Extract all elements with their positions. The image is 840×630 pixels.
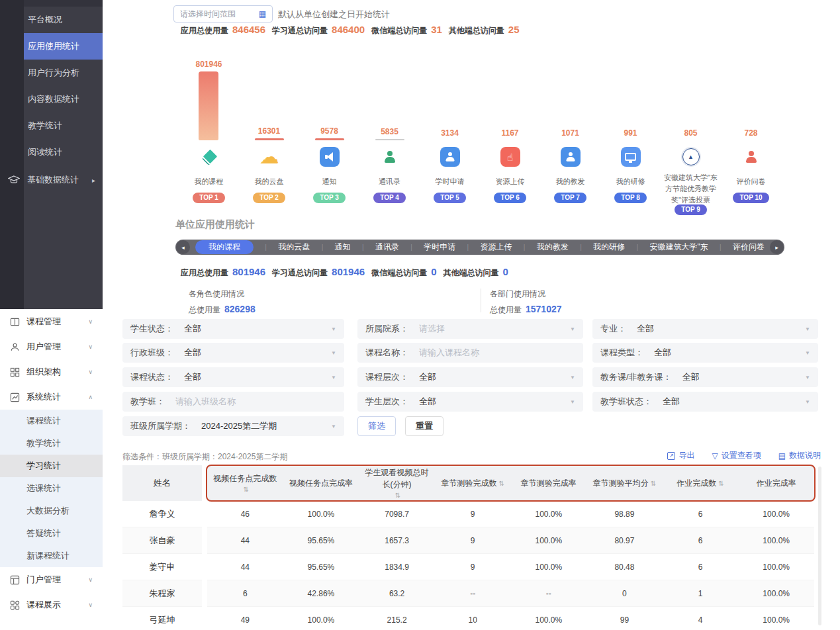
data-note-button[interactable]: ▤数据说明 [778, 450, 821, 461]
dropdown-icon: ▼ [805, 375, 810, 381]
sidebar-item-system-stats[interactable]: 系统统计 ∧ [0, 384, 103, 410]
col-video-tasks-rate: 视频任务点完成率 [283, 465, 359, 501]
filter-course-type[interactable]: 课程类型：全部▼ [592, 343, 818, 363]
usage-divider [481, 289, 481, 312]
user-icon [10, 342, 20, 352]
sidebar-item-portal-management[interactable]: 门户管理 ∨ [0, 567, 103, 592]
filter-course-name-input[interactable]: 课程名称：请输入课程名称 [357, 343, 583, 363]
stat-total-usage: 应用总使用量846456 [181, 24, 265, 36]
filter-teaching-class-status[interactable]: 教学班状态：全部▼ [592, 392, 818, 412]
sidebar-item-course-management[interactable]: 课程管理 ∨ [0, 309, 103, 334]
sidebar-item-reading-stats[interactable]: 阅读统计 [24, 139, 103, 165]
role-usage-block: 各角色使用情况 总使用量826298 [189, 289, 256, 316]
expand-arrow-icon: ▸ [92, 177, 95, 184]
rank-item-evaluation-survey: 728 评价问卷 TOP 10 [721, 60, 781, 215]
tabs-prev-button[interactable]: ◂ [176, 240, 190, 254]
sidebar-item-app-usage-stats[interactable]: 应用使用统计 [24, 33, 103, 60]
tab-my-training[interactable]: 我的研修 [593, 242, 625, 253]
filter-course-level[interactable]: 课程层次：全部▼ [357, 367, 583, 387]
tab-contacts[interactable]: 通讯录 [375, 242, 399, 253]
sidebar-item-org-structure[interactable]: 组织架构 ∨ [0, 359, 103, 384]
submenu-item-qa-stats[interactable]: 答疑统计 [0, 522, 103, 545]
app-root: 平台概况 应用使用统计 用户行为分析 内容数据统计 教学统计 阅读统计 基础数据… [0, 0, 840, 630]
university-logo-icon: ▲ [682, 148, 700, 165]
sidebar-item-course-display[interactable]: 课程展示 ∨ [0, 592, 103, 617]
dropdown-icon: ▼ [331, 326, 336, 332]
dropdown-icon: ▼ [570, 399, 575, 405]
line-chart-icon [10, 392, 20, 402]
tabs-next-button[interactable]: ▸ [770, 240, 784, 254]
tab-evaluation-survey[interactable]: 评价问卷 [733, 242, 765, 253]
submenu-item-teaching-stats[interactable]: 教学统计 [0, 432, 103, 455]
filter-class-semester[interactable]: 班级所属学期：2024-2025第二学期▼ [122, 416, 344, 436]
hand-pointer-icon: ☝ [500, 147, 520, 167]
filter-teaching-class-input[interactable]: 教学班：请输入班级名称 [122, 392, 344, 412]
stats-menu: 平台概况 应用使用统计 用户行为分析 内容数据统计 教学统计 阅读统计 [24, 7, 103, 165]
chevron-down-icon: ∨ [88, 343, 93, 350]
chevron-down-icon: ∨ [88, 318, 93, 325]
export-icon: ↗ [667, 452, 675, 460]
rank-item-contacts: 5835 通讯录 TOP 4 [359, 60, 420, 215]
top-badge: TOP 9 [675, 204, 707, 215]
sidebar-item-content-data[interactable]: 内容数据统计 [24, 86, 103, 112]
filter-major[interactable]: 专业：全部▼ [592, 319, 818, 339]
date-placeholder: 请选择时间范围 [180, 9, 259, 20]
person-icon [561, 147, 581, 167]
dropdown-icon: ▼ [570, 375, 575, 381]
sidebar-item-user-management[interactable]: 用户管理 ∨ [0, 334, 103, 359]
table-scrollbar[interactable] [818, 467, 821, 625]
submenu-item-big-data-analysis[interactable]: 大数据分析 [0, 500, 103, 522]
monitor-icon [621, 147, 641, 167]
sidebar-light: 课程管理 ∨ 用户管理 ∨ 组织架构 ∨ 系统统计 ∧ 课程统计 教学统计 学习… [0, 309, 103, 630]
tab-credit-hours[interactable]: 学时申请 [424, 242, 455, 253]
reset-button[interactable]: 重置 [405, 416, 443, 436]
sort-icon: ⇅ [718, 478, 723, 488]
filter-button[interactable]: 筛选 [357, 416, 396, 436]
filter-student-status[interactable]: 学生状态：全部▼ [122, 319, 344, 339]
table-row: 朱程家 642.86%63.2----01100.0% [122, 580, 814, 607]
tab-my-cloud[interactable]: 我的云盘 [278, 242, 310, 253]
calendar-icon[interactable]: ▦ [259, 9, 266, 19]
tab-university-vote[interactable]: 安徽建筑大学"东 [649, 242, 708, 253]
col-chapter-quiz-done[interactable]: 章节测验完成数⇅ [435, 465, 511, 501]
app-ranking-chart: 801946 我的课程 TOP 1 16301 ☁ 我的云盘 TOP 2 957… [179, 60, 782, 215]
tab-notifications[interactable]: 通知 [335, 242, 351, 253]
overview-stats: 应用总使用量846456 学习通总访问量846400 微信端总访问量31 其他端… [181, 24, 526, 36]
sort-icon: ⇅ [498, 478, 504, 488]
export-button[interactable]: ↗导出 [667, 450, 694, 461]
submenu-item-learning-stats[interactable]: 学习统计 [0, 455, 103, 477]
filter-course-status[interactable]: 课程状态：全部▼ [122, 367, 344, 387]
filter-admin-class[interactable]: 行政班级：全部▼ [122, 343, 344, 363]
col-homework-done[interactable]: 作业完成数⇅ [663, 465, 739, 501]
sidebar-item-basic-data-stats[interactable]: 基础数据统计 ▸ [0, 167, 103, 193]
submenu-item-course-stats[interactable]: 课程统计 [0, 410, 103, 432]
filter-academic-course[interactable]: 教务课/非教务课：全部▼ [592, 367, 818, 387]
system-stats-submenu: 课程统计 教学统计 学习统计 选课统计 大数据分析 答疑统计 新课程统计 [0, 410, 103, 567]
date-range-picker[interactable]: 请选择时间范围 ▦ [173, 5, 273, 22]
book-icon [10, 317, 20, 327]
tab-divider: | [524, 244, 526, 251]
filter-student-level[interactable]: 学生层次：全部▼ [357, 392, 583, 412]
dropdown-icon: ▼ [805, 350, 810, 356]
top-badge: TOP 6 [494, 193, 526, 203]
sidebar-item-teaching-stats[interactable]: 教学统计 [24, 112, 103, 139]
chevron-up-icon: ∧ [88, 394, 93, 400]
top-badge: TOP 5 [434, 193, 466, 203]
filter-department[interactable]: 所属院系：请选择▼ [357, 319, 583, 339]
view-settings-button[interactable]: ▽设置查看项 [712, 450, 761, 461]
sidebar-item-user-behavior[interactable]: 用户行为分析 [24, 60, 103, 86]
tab-my-courses[interactable]: 我的课程 [195, 240, 254, 254]
sidebar-item-platform-overview[interactable]: 平台概况 [24, 7, 103, 33]
top-badge: TOP 8 [614, 193, 647, 203]
tab-resource-upload[interactable]: 资源上传 [480, 242, 512, 253]
table-row: 姜守申 4495.65%1834.99100.0%80.486100.0% [122, 554, 814, 580]
col-video-tasks-done[interactable]: 视频任务点完成数⇅ [207, 465, 283, 501]
dropdown-icon: ▼ [331, 375, 336, 381]
col-chapter-quiz-avg[interactable]: 章节测验平均分⇅ [586, 465, 663, 501]
submenu-item-new-course-stats[interactable]: 新课程统计 [0, 545, 103, 567]
top-badge: TOP 1 [193, 193, 225, 203]
submenu-item-course-selection-stats[interactable]: 选课统计 [0, 477, 103, 500]
col-video-watch-minutes[interactable]: 学生观看视频总时长(分钟)⇅ [359, 465, 435, 501]
funnel-icon: ▽ [712, 452, 718, 460]
tab-teacher-development[interactable]: 我的教发 [537, 242, 569, 253]
